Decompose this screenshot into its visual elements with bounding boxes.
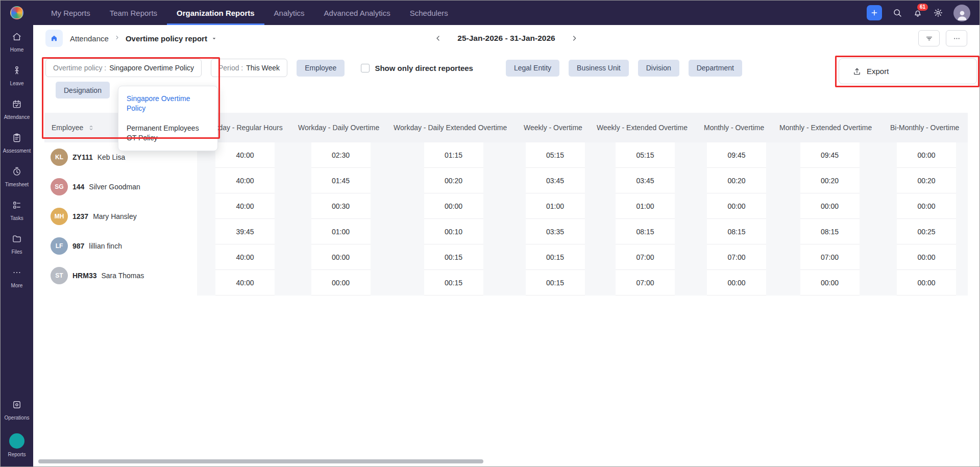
overtime-policy-filter[interactable]: Overtime policy : Singapore Overtime Pol…	[45, 59, 202, 77]
dropdown-option-singapore-overtime-policy[interactable]: Singapore Overtime Policy	[118, 89, 217, 118]
table-row[interactable]: 39:4501:0000:1003:3508:1508:1508:1500:25	[197, 219, 968, 244]
tab-analytics[interactable]: Analytics	[264, 1, 314, 25]
settings-gear-icon[interactable]	[933, 8, 943, 18]
department-chip[interactable]: Department	[689, 60, 742, 77]
overtime-value: 01:00	[311, 219, 371, 244]
page-title[interactable]: Overtime policy report	[126, 34, 207, 43]
previous-period-button[interactable]	[434, 34, 442, 42]
table-row-employee[interactable]: MH 1237 Mary Hansley	[44, 202, 197, 231]
table-row[interactable]: 40:0002:3001:1505:1505:1509:4509:4500:00	[197, 142, 968, 168]
table-cell: 40:00	[197, 244, 293, 270]
sidebar-item-label: More	[11, 283, 23, 288]
column-header[interactable]: Bi-Monthly - Overtime	[885, 124, 968, 132]
table-cell: 09:45	[699, 142, 774, 168]
topnav-actions: 61	[867, 5, 974, 21]
employee-id: 1237	[72, 212, 88, 220]
overtime-value: 00:00	[897, 142, 956, 168]
overtime-value: 00:00	[800, 270, 860, 296]
table-row-employee[interactable]: ST HRM33 Sara Thomas	[44, 261, 197, 290]
table-row[interactable]: 40:0001:4500:2003:4503:4500:2000:2000:20	[197, 168, 968, 193]
report-selector-caret-icon[interactable]	[211, 36, 217, 41]
designation-chip[interactable]: Designation	[56, 82, 110, 99]
table-row[interactable]: 40:0000:0000:1500:1507:0000:0000:0000:00	[197, 270, 968, 296]
employee-column: KL ZY111 Keb Lisa SG 144 Silver Goodman …	[44, 142, 197, 290]
overtime-policy-filter-label: Overtime policy :	[53, 64, 106, 72]
tab-my-reports[interactable]: My Reports	[41, 1, 100, 25]
employee-avatar: SG	[51, 178, 68, 195]
column-header[interactable]: Weekly - Extended Overtime	[592, 124, 699, 132]
overtime-value: 00:15	[526, 270, 585, 296]
tab-schedulers[interactable]: Schedulers	[400, 1, 458, 25]
employee-avatar: KL	[51, 149, 68, 166]
table-row-employee[interactable]: SG 144 Silver Goodman	[44, 172, 197, 202]
table-row-employee[interactable]: LF 987 lillian finch	[44, 231, 197, 261]
table-cell: 39:45	[197, 219, 293, 244]
export-button[interactable]: Export	[839, 58, 977, 84]
tab-team-reports[interactable]: Team Reports	[100, 1, 167, 25]
overtime-value: 01:15	[424, 142, 483, 168]
sidebar-item-tasks[interactable]: Tasks	[1, 193, 33, 227]
operations-icon	[12, 400, 22, 412]
filter-button[interactable]	[918, 30, 940, 46]
column-header[interactable]: Workday - Daily Extended Overtime	[388, 124, 519, 132]
business-unit-chip[interactable]: Business Unit	[569, 60, 629, 77]
home-icon	[12, 32, 22, 44]
column-header[interactable]: Monthly - Overtime	[699, 124, 774, 132]
table-cell: 00:20	[885, 168, 968, 193]
column-header[interactable]: Monthly - Extended Overtime	[774, 124, 885, 132]
column-header[interactable]: Workday - Daily Overtime	[293, 124, 388, 132]
employee-name: Silver Goodman	[89, 183, 140, 191]
horizontal-scrollbar[interactable]	[38, 459, 483, 463]
more-options-button[interactable]	[946, 30, 967, 46]
sidebar-item-operations[interactable]: Operations	[1, 393, 33, 427]
dropdown-option-permanent-employees-ot-policy[interactable]: Permanent Employees OT Policy	[118, 118, 217, 148]
sidebar-item-reports[interactable]: Reports	[1, 427, 33, 463]
sidebar-item-leave[interactable]: Leave	[1, 59, 33, 92]
notifications-bell-icon[interactable]: 61	[913, 8, 923, 18]
sidebar-item-label: Home	[10, 47, 24, 53]
direct-reportees-checkbox[interactable]	[361, 64, 370, 72]
table-row[interactable]: 40:0000:3000:0001:0001:0000:0000:0000:00	[197, 193, 968, 219]
overtime-value: 01:45	[311, 168, 371, 193]
table-row[interactable]: 40:0000:0000:1500:1507:0007:0007:0000:00	[197, 244, 968, 270]
home-breadcrumb-button[interactable]	[45, 30, 63, 47]
overtime-value: 07:00	[800, 244, 860, 270]
tab-organization-reports[interactable]: Organization Reports	[167, 1, 264, 25]
app-logo[interactable]	[10, 1, 23, 25]
direct-reportees-toggle[interactable]: Show only direct reportees	[361, 64, 473, 72]
legal-entity-chip[interactable]: Legal Entity	[506, 60, 559, 77]
table-cell: 00:25	[885, 219, 968, 244]
tab-advanced-analytics[interactable]: Advanced Analytics	[314, 1, 400, 25]
sidebar-item-timesheet[interactable]: Timesheet	[1, 160, 33, 193]
sort-icon[interactable]	[87, 124, 95, 132]
table-cell: 00:15	[519, 244, 592, 270]
breadcrumb-section[interactable]: Attendance	[70, 34, 109, 43]
division-chip[interactable]: Division	[638, 60, 679, 77]
table-cell: 01:00	[592, 193, 699, 219]
sidebar-item-assessment[interactable]: Assessment	[1, 126, 33, 160]
sidebar-item-attendance[interactable]: Attendance	[1, 92, 33, 126]
export-upload-icon	[852, 67, 862, 76]
column-header[interactable]: Weekly - Overtime	[519, 124, 592, 132]
employee-filter-chip[interactable]: Employee	[297, 60, 345, 77]
table-cell: 09:45	[774, 142, 885, 168]
overtime-value: 40:00	[215, 142, 275, 168]
table-cell: 08:15	[592, 219, 699, 244]
sidebar-item-more[interactable]: More	[1, 261, 33, 294]
sidebar-item-files[interactable]: Files	[1, 227, 33, 261]
overtime-value: 07:00	[707, 244, 766, 270]
create-button[interactable]	[867, 5, 882, 20]
next-period-button[interactable]	[571, 34, 579, 42]
chevron-right-icon	[109, 34, 126, 43]
user-avatar[interactable]	[953, 5, 970, 21]
reports-icon	[9, 433, 24, 449]
overtime-value: 00:15	[526, 244, 585, 270]
period-filter[interactable]: Period : This Week	[211, 59, 287, 77]
sidebar-item-home[interactable]: Home	[1, 25, 33, 59]
search-icon[interactable]	[892, 8, 902, 18]
logo-mark-icon	[10, 6, 23, 19]
table-cell: 00:00	[388, 193, 519, 219]
leave-icon	[12, 65, 22, 78]
overtime-value: 00:00	[800, 193, 860, 219]
files-icon	[12, 234, 22, 246]
